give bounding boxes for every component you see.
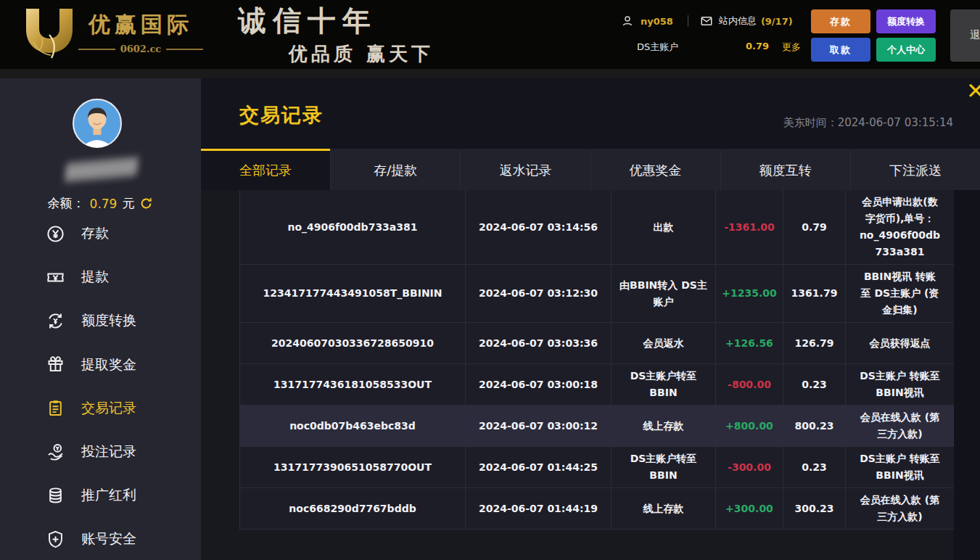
cell-type: 会员返水	[612, 323, 716, 363]
table-row: 1317177390651058770OUT2024-06-07 01:44:2…	[239, 447, 955, 488]
sidebar-item-bets[interactable]: 投注记录	[0, 430, 201, 474]
cell-time: 2024-06-07 03:03:36	[466, 323, 612, 363]
cell-time: 2024-06-07 03:00:12	[466, 405, 612, 446]
vertical-separator	[688, 15, 688, 27]
cell-order: noc668290d7767bddb	[239, 488, 466, 529]
cell-time: 2024-06-07 01:44:25	[466, 447, 612, 487]
slogan-block: 诚信十年 优品质 赢天下	[238, 1, 434, 67]
balance-unit: 元	[122, 195, 134, 212]
balance-label: 余额：	[48, 195, 85, 212]
cell-balance: 0.79	[783, 190, 846, 264]
slogan-sub: 优品质 赢天下	[289, 41, 434, 67]
close-icon[interactable]: ✕	[966, 80, 980, 102]
user-info-row1: ny058 站内信息 (9/17)	[621, 15, 793, 28]
balance-value: 0.79	[90, 197, 118, 211]
cell-order: 1317177436181058533OUT	[239, 364, 466, 405]
sidebar-item-label: 提取奖金	[81, 355, 136, 374]
coins-icon	[46, 486, 65, 506]
sidebar-item-label: 额度转换	[81, 311, 136, 330]
clipboard-icon	[46, 398, 65, 418]
more-link[interactable]: 更多	[782, 41, 801, 54]
cell-type: 出款	[612, 190, 716, 264]
cell-type: DS主账户转至 BBIN	[612, 447, 716, 487]
timezone-label: 美东时间：	[783, 116, 838, 129]
cell-time: 2024-06-07 03:14:56	[466, 190, 612, 264]
tab-deposit-withdraw[interactable]: 存/提款	[330, 149, 460, 190]
account-label: DS主账户	[637, 41, 678, 54]
exchange-icon	[46, 311, 65, 331]
tab-bonus[interactable]: 优惠奖金	[590, 149, 720, 190]
sidebar-item-deposit[interactable]: 存款	[0, 212, 201, 255]
cell-remark: BBIN视讯 转账至 DS主账户 (资金归集)	[846, 265, 955, 322]
censored-username	[65, 157, 139, 181]
profile-button[interactable]: 个人中心	[876, 38, 936, 62]
sidebar-menu: 存款提款额度转换提取奖金交易记录投注记录推广红利账号安全	[0, 212, 201, 560]
table-row: 1317177436181058533OUT2024-06-07 03:00:1…	[239, 364, 955, 405]
brand-domain-row: 0602.cc	[78, 44, 203, 54]
sidebar-item-label: 投注记录	[81, 442, 136, 461]
table-row: noc668290d7767bddb2024-06-07 01:44:19线上存…	[239, 488, 955, 530]
shield-icon	[46, 530, 65, 549]
brand-domain: 0602.cc	[120, 44, 162, 54]
messages-link[interactable]: 站内信息	[719, 15, 757, 28]
cell-type: 线上存款	[612, 488, 716, 529]
logout-button[interactable]: 退出	[950, 9, 980, 62]
avatar[interactable]	[72, 98, 123, 149]
mail-icon	[700, 15, 713, 28]
sidebar-item-label: 账号安全	[81, 530, 136, 548]
panel-header: 交易记录 美东时间：2024-06-07 03:15:14 ✕	[201, 78, 980, 149]
table-row: noc0db07b463ebc83d2024-06-07 03:00:12线上存…	[239, 405, 955, 447]
cell-order: 1317177390651058770OUT	[239, 447, 466, 487]
cell-amount: +300.00	[716, 488, 783, 529]
brand-dash-left	[78, 49, 115, 50]
table-row: 123417177443491058T_BBININ2024-06-07 03:…	[239, 265, 955, 323]
cell-type: DS主账户转至 BBIN	[612, 364, 716, 405]
sidebar-item-bonus-withdraw[interactable]: 提取奖金	[0, 343, 201, 387]
cell-remark: 会员在线入款 (第三方入款)	[846, 488, 955, 529]
withdraw-button[interactable]: 取款	[811, 38, 870, 62]
person-icon	[621, 15, 634, 28]
cell-order: noc0db07b463ebc83d	[239, 405, 466, 446]
cell-remark: 会员在线入款 (第三方入款)	[846, 405, 955, 446]
cell-order: 20240607030336728650910	[239, 323, 466, 363]
refresh-icon[interactable]	[139, 197, 153, 210]
sidebar: 余额： 0.79 元 存款提款额度转换提取奖金交易记录投注记录推广红利账号安全	[0, 78, 201, 560]
deposit-button[interactable]: 存款	[811, 9, 870, 33]
sidebar-item-account-security[interactable]: 账号安全	[0, 517, 201, 560]
hand-coin-icon	[46, 442, 65, 462]
table-row: 202406070303367286509102024-06-07 03:03:…	[239, 323, 955, 364]
sidebar-item-withdraw[interactable]: 提款	[0, 255, 201, 299]
quota-transfer-button[interactable]: 额度转换	[876, 9, 936, 33]
cell-balance: 126.79	[783, 323, 846, 363]
cell-type: 由BBIN转入 DS主账户	[612, 265, 716, 322]
tab-quota-transfer[interactable]: 额度互转	[720, 149, 850, 190]
tab-bar: 全部记录存/提款返水记录优惠奖金额度互转下注派送	[201, 149, 980, 190]
brand-block[interactable]: 优赢国际 0602.cc	[78, 10, 203, 54]
messages-count: (9/17)	[761, 16, 793, 27]
balance-row: 余额： 0.79 元	[0, 195, 201, 212]
cell-balance: 300.23	[783, 488, 846, 529]
tab-bet-dispatch[interactable]: 下注派送	[850, 149, 980, 190]
brand-logo-icon[interactable]	[20, 6, 78, 64]
cell-amount: +1235.00	[716, 265, 783, 322]
cell-balance: 0.23	[783, 447, 846, 487]
transactions-table: no_4906f00db733a3812024-06-07 03:14:56出款…	[239, 190, 955, 530]
cell-remark: 会员获得返点	[846, 323, 955, 363]
cell-time: 2024-06-07 03:12:30	[466, 265, 612, 322]
tab-all[interactable]: 全部记录	[201, 149, 330, 190]
cell-order: no_4906f00db733a381	[239, 190, 466, 264]
cell-amount: -800.00	[716, 364, 783, 405]
account-balance: 0.79	[746, 41, 769, 52]
tab-rebate[interactable]: 返水记录	[460, 149, 590, 190]
sidebar-item-promo-bonus[interactable]: 推广红利	[0, 474, 201, 517]
sidebar-item-transactions[interactable]: 交易记录	[0, 387, 201, 430]
page-title: 交易记录	[239, 102, 324, 128]
timezone-timestamp: 美东时间：2024-06-07 03:15:14	[783, 116, 953, 130]
sidebar-item-quota-convert[interactable]: 额度转换	[0, 299, 201, 342]
brand-dash-right	[166, 49, 203, 50]
sidebar-item-label: 推广红利	[81, 486, 136, 505]
cell-amount: -1361.00	[716, 190, 783, 264]
sidebar-item-label: 存款	[81, 224, 109, 243]
scrollbar-track[interactable]	[954, 190, 980, 560]
header-divider	[0, 69, 980, 78]
